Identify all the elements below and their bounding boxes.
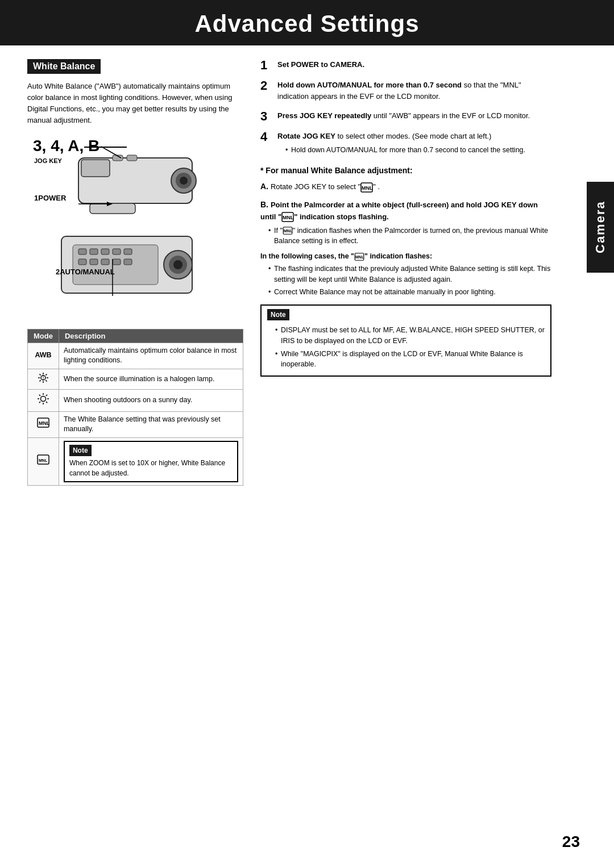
mode-manual: MNL (28, 411, 59, 437)
svg-point-4 (180, 177, 188, 185)
step-1-text: Set POWER to CAMERA. (277, 60, 364, 69)
svg-line-43 (39, 395, 40, 396)
desc-sunny: When shooting outdoors on a sunny day. (59, 390, 243, 412)
table-row-note: MNL Note When ZOOM is set to 10X or high… (28, 437, 243, 485)
svg-text:MNL: MNL (283, 215, 294, 220)
diagram-area: 3, 4, A, B JOG KEY (27, 137, 243, 319)
svg-rect-24 (101, 259, 109, 265)
svg-text:MNL: MNL (39, 458, 48, 462)
label-2auto: 2AUTO/MANUAL (56, 268, 115, 276)
note-label: Note (69, 445, 92, 456)
step-b-icon: MNL (281, 212, 294, 222)
svg-rect-19 (101, 249, 109, 254)
flashing-bullet-2: Correct White Balance may not be attaina… (268, 287, 551, 298)
mode-awb: AWB (28, 343, 59, 369)
svg-line-44 (46, 402, 47, 403)
mode-halogen (28, 369, 59, 390)
svg-line-34 (45, 380, 47, 381)
svg-line-36 (39, 380, 40, 381)
note-label-right: Note (267, 309, 289, 320)
svg-line-45 (46, 395, 47, 396)
page-title: Advanced Settings (0, 10, 614, 37)
note-box-right: Note DISPLAY must be set to ALL for MF, … (260, 304, 551, 377)
note-text: When ZOOM is set to 10X or higher, White… (69, 459, 225, 477)
desc-manual: The White Balance setting that was previ… (59, 411, 243, 437)
svg-rect-22 (78, 259, 86, 265)
table-row: MNL The White Balance setting that was p… (28, 411, 243, 437)
step-4-rest: to select other modes. (See mode chart a… (335, 132, 492, 140)
svg-text:MNL: MNL (284, 229, 293, 233)
intro-text: Auto White Balance ("AWB") automatically… (27, 81, 243, 127)
svg-line-35 (45, 374, 47, 375)
svg-text:MNL: MNL (355, 255, 364, 259)
page-header: Advanced Settings (0, 0, 614, 45)
svg-rect-5 (81, 160, 110, 177)
flashing-note-section: In the following cases, the "MNL" indica… (260, 252, 551, 298)
svg-rect-21 (124, 249, 132, 254)
step-b-icon2: MNL (283, 227, 293, 235)
note-bullet-1: DISPLAY must be set to ALL for MF, AE, W… (275, 325, 545, 347)
step-2: 2 Hold down AUTO/MANUAL for more than 0.… (260, 80, 551, 102)
svg-rect-8 (127, 155, 137, 161)
svg-line-33 (39, 374, 40, 375)
section-title: White Balance (27, 59, 101, 74)
step-4-bold: Rotate JOG KEY (277, 132, 335, 140)
svg-text:MNL: MNL (362, 185, 373, 191)
note-cell: Note When ZOOM is set to 10X or higher, … (59, 437, 243, 485)
step-num-1: 1 (260, 59, 273, 72)
step-1-content: Set POWER to CAMERA. (277, 59, 364, 70)
flashing-note-heading: In the following cases, the "MNL" indica… (260, 252, 551, 261)
flashing-icon: MNL (354, 253, 364, 261)
label-jogkey: JOG KEY (34, 157, 62, 164)
step-num-3: 3 (260, 110, 273, 123)
manual-step-b: B. Point the Palmcorder at a white objec… (260, 199, 551, 247)
mode-sunny (28, 390, 59, 412)
step-2-bold: Hold down AUTO/MANUAL for more than 0.7 … (277, 81, 462, 89)
left-column: White Balance Auto White Balance ("AWB")… (27, 59, 243, 486)
side-tab: Camera (587, 182, 614, 273)
svg-rect-26 (124, 259, 132, 265)
flashing-bullet-1: The flashing indicates that the previoul… (268, 264, 551, 285)
halogen-icon (38, 372, 49, 383)
svg-rect-23 (90, 259, 98, 265)
note-box: Note When ZOOM is set to 10X or higher, … (64, 441, 238, 482)
manual-wb-heading: * For manual White Balance adjustment: (260, 166, 551, 175)
right-column: 1 Set POWER to CAMERA. 2 Hold down AUTO/… (260, 59, 580, 486)
step-b-bullets: If "MNL" indication flashes when the Pal… (260, 226, 551, 247)
step-num-2: 2 (260, 80, 273, 92)
note-icon-cell: MNL (28, 437, 59, 485)
step-4-bullets: Hold down AUTO/MANUAL for more than 0.7 … (277, 145, 525, 156)
svg-marker-11 (107, 202, 113, 206)
step-2-content: Hold down AUTO/MANUAL for more than 0.7 … (277, 80, 551, 102)
svg-rect-17 (78, 249, 86, 254)
svg-line-9 (101, 147, 121, 158)
flashing-bullets: The flashing indicates that the previoul… (260, 264, 551, 298)
svg-rect-18 (90, 249, 98, 254)
step-a-letter: A. (260, 182, 271, 191)
svg-point-38 (40, 397, 45, 402)
note-bullet-2: While "MAGICPIX" is displayed on the LCD… (275, 349, 545, 370)
desc-halogen: When the source illumination is a haloge… (59, 369, 243, 390)
line-power (78, 198, 113, 210)
step-a-text: Rotate JOG KEY to select "MNL" . (271, 182, 380, 191)
step-4-content: Rotate JOG KEY to select other modes. (S… (277, 131, 525, 158)
label-1power: 1POWER (34, 194, 66, 202)
line-34ab (84, 146, 130, 148)
svg-rect-25 (113, 259, 121, 265)
svg-point-15 (173, 260, 182, 269)
step-a-icon: MNL (360, 182, 373, 193)
svg-line-46 (39, 402, 40, 403)
step-b-bullet-1: If "MNL" indication flashes when the Pal… (268, 226, 551, 247)
step-3: 3 Press JOG KEY repeatedly until "AWB" a… (260, 110, 551, 123)
manual-step-a: A. Rotate JOG KEY to select "MNL" . (260, 181, 551, 193)
table-row: When shooting outdoors on a sunny day. (28, 390, 243, 412)
section-title-box: White Balance (27, 59, 243, 81)
step-b-text: Point the Palmcorder at a white object (… (260, 201, 551, 247)
step-3-bold: Press JOG KEY repeatedly (277, 111, 371, 120)
col-header-description: Description (59, 329, 243, 343)
sunny-icon (37, 393, 49, 405)
page-number: 23 (562, 833, 580, 851)
col-header-mode: Mode (28, 329, 59, 343)
note-bullets-right: DISPLAY must be set to ALL for MF, AE, W… (267, 325, 545, 370)
step-4-bullet-1: Hold down AUTO/MANUAL for more than 0.7 … (285, 145, 525, 156)
